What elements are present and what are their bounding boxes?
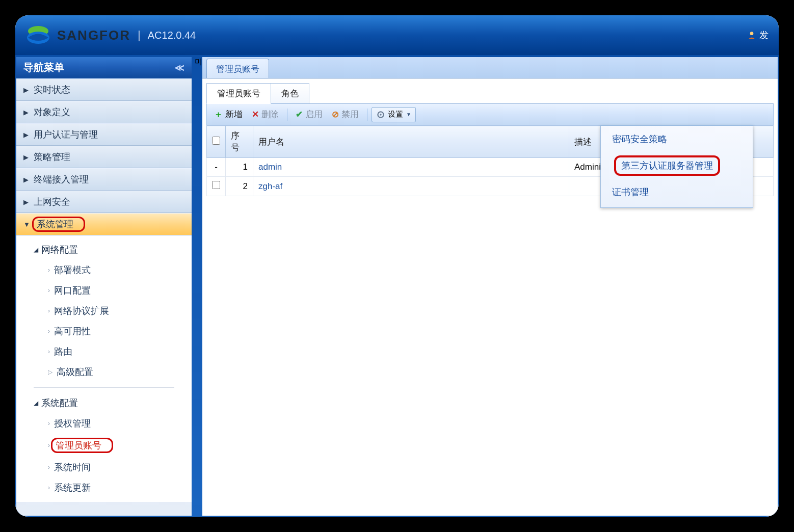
nav-label: 实时状态 [34,84,70,96]
menu-thirdparty-auth-wrap: 第三方认证服务器管理 [608,151,746,180]
table-wrap: 序号 用户名 描述 - 1 admin Administ [206,125,774,516]
delete-button[interactable]: ✕删除 [248,107,283,122]
leaf-high-availability[interactable]: ›高可用性 [16,321,192,341]
nav-object-definition[interactable]: ▶对象定义 [16,101,192,123]
leaf-label: 系统更新 [54,482,91,494]
row-checkbox[interactable] [212,181,220,189]
svg-point-2 [750,32,754,35]
btn-label: 设置 [388,110,403,119]
svg-point-4 [380,114,381,115]
leaf-system-update[interactable]: ›系统更新 [16,477,192,498]
leaf-label: 网络协议扩展 [54,305,109,317]
gear-icon [376,110,385,119]
leaf-nic-config[interactable]: ›网口配置 [16,280,192,301]
plus-icon: ＋ [214,109,223,120]
app-inner: SANGFOR | AC12.0.44 发 导航菜单 ≪ ▶实时状态 ▶对象定义… [15,15,779,517]
enable-button[interactable]: ✔启用 [292,107,327,122]
col-index[interactable]: 序号 [226,126,253,158]
col-checkbox [207,126,226,158]
row-index: 1 [226,158,253,177]
nav-label: 系统管理 [37,219,73,229]
select-all-checkbox[interactable] [212,137,220,145]
subgroup-label: 网络配置 [41,244,78,256]
nav-label: 上网安全 [34,196,70,208]
main-panel: 管理员账号 管理员账号 角色 ＋新增 ✕删除 ✔启用 ⊘禁用 [202,57,778,516]
user-icon [747,31,756,40]
subtree-separator [34,387,174,388]
main-tab-admin-accounts[interactable]: 管理员账号 [206,59,269,78]
leaf-net-protocol-ext[interactable]: ›网络协议扩展 [16,301,192,321]
leaf-label: 系统时间 [54,461,91,473]
toolbar-sep [287,109,287,121]
leaf-advanced-config[interactable]: ▷高级配置 [16,362,192,382]
leaf-label: 授权管理 [54,417,91,430]
highlight-thirdparty-auth: 第三方认证服务器管理 [614,155,720,176]
subgroup-network-config[interactable]: ◢网络配置 [16,240,192,260]
check-icon: ✔ [296,109,303,120]
menu-password-policy[interactable]: 密码安全策略 [606,129,748,149]
nav-terminal-access[interactable]: ▶终端接入管理 [16,168,192,191]
leaf-label: 路由 [54,345,72,358]
nav-policy-mgmt[interactable]: ▶策略管理 [16,146,192,168]
ban-icon: ⊘ [332,109,339,120]
chevron-down-icon: ▼ [406,112,411,117]
nav-system-mgmt[interactable]: ▼ 系统管理 [16,213,192,235]
leaf-admin-accounts[interactable]: ›管理员账号 [16,434,192,457]
leaf-system-time[interactable]: ›系统时间 [16,457,192,477]
row-checkbox-cell: - [207,158,226,177]
subgroup-system-config[interactable]: ◢系统配置 [16,393,192,413]
leaf-label: 高级配置 [57,366,93,378]
btn-label: 禁用 [341,109,359,120]
leaf-routing[interactable]: ›路由 [16,341,192,362]
dash-icon: - [215,162,218,172]
tab-accounts[interactable]: 管理员账号 [206,83,271,104]
settings-button[interactable]: 设置 ▼ [372,107,416,122]
system-mgmt-subtree: ◢网络配置 ›部署模式 ›网口配置 ›网络协议扩展 ›高可用性 ›路由 ▷高级配… [16,235,192,502]
nav-label: 对象定义 [34,106,70,118]
row-username[interactable]: admin [253,158,569,177]
brand-name: SANGFOR [57,28,130,43]
leaf-deploy-mode[interactable]: ›部署模式 [16,260,192,280]
brand-logo [25,22,51,48]
col-username[interactable]: 用户名 [253,126,569,158]
menu-cert-mgmt[interactable]: 证书管理 [606,182,748,202]
topbar: SANGFOR | AC12.0.44 发 [15,15,779,56]
app-frame: SANGFOR | AC12.0.44 发 导航菜单 ≪ ▶实时状态 ▶对象定义… [0,0,794,532]
highlight-system-mgmt: 系统管理 [32,217,85,232]
sidebar-header: 导航菜单 ≪ [16,57,192,78]
btn-label: 新增 [225,109,243,120]
nav-label: 终端接入管理 [34,173,89,185]
nav-label: 用户认证与管理 [34,128,98,141]
leaf-license-mgmt[interactable]: ›授权管理 [16,413,192,434]
btn-label: 启用 [305,109,323,120]
user-area[interactable]: 发 [747,29,769,41]
settings-dropdown: 密码安全策略 第三方认证服务器管理 证书管理 [600,125,753,208]
user-label: 发 [759,29,769,41]
leaf-label: 网口配置 [54,284,91,297]
header-divider: | [138,29,141,42]
leaf-label: 高可用性 [54,325,91,337]
nav-user-auth[interactable]: ▶用户认证与管理 [16,123,192,146]
toolbar-sep [367,109,367,121]
sidebar-title: 导航菜单 [23,61,64,74]
menu-thirdparty-auth[interactable]: 第三方认证服务器管理 [621,161,713,171]
tab-roles[interactable]: 角色 [271,83,309,103]
collapse-icon[interactable]: ≪ [175,62,184,73]
subgroup-label: 系统配置 [41,397,78,409]
row-index: 2 [226,177,253,196]
version-label: AC12.0.44 [148,30,196,41]
nav-realtime-status[interactable]: ▶实时状态 [16,78,192,101]
add-button[interactable]: ＋新增 [210,107,247,122]
sidebar: 导航菜单 ≪ ▶实时状态 ▶对象定义 ▶用户认证与管理 ▶策略管理 ▶终端接入管… [16,57,192,516]
nav-label: 策略管理 [34,151,70,163]
leaf-label: 部署模式 [54,264,91,276]
highlight-admin-accounts: 管理员账号 [51,438,113,453]
disable-button[interactable]: ⊘禁用 [328,107,363,122]
inner-tabs: 管理员账号 角色 [206,84,774,104]
row-username[interactable]: zgh-af [253,177,569,196]
toolbar: ＋新增 ✕删除 ✔启用 ⊘禁用 设置 ▼ [206,104,774,125]
nav-web-security[interactable]: ▶上网安全 [16,191,192,213]
btn-label: 删除 [261,109,279,120]
main-tab-head: 管理员账号 [202,57,778,78]
body-zone: 导航菜单 ≪ ▶实时状态 ▶对象定义 ▶用户认证与管理 ▶策略管理 ▶终端接入管… [15,56,779,517]
